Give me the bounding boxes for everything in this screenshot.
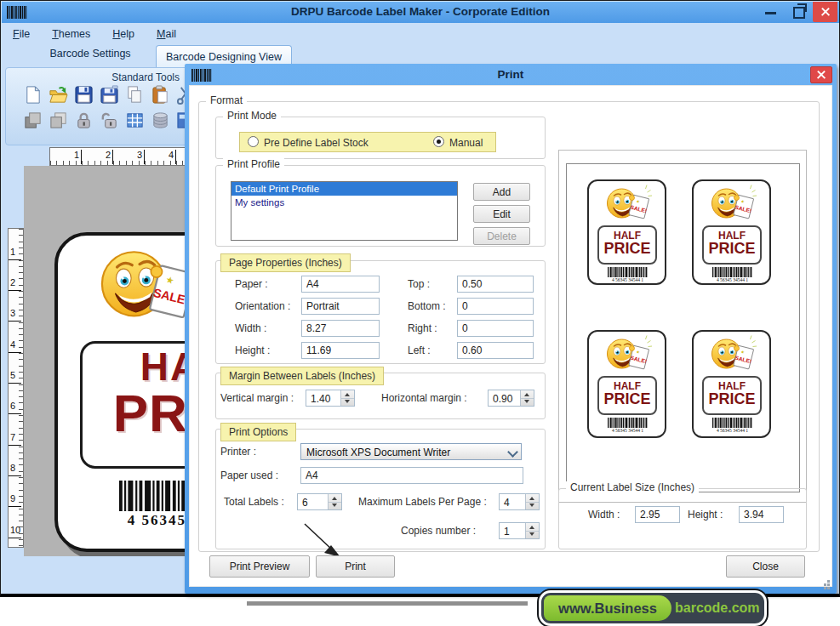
width-label: Width : xyxy=(235,322,266,334)
label-height-label: Height : xyxy=(688,509,723,521)
orientation-label: Orientation : xyxy=(235,300,290,312)
total-labels-spinner[interactable]: 6 xyxy=(297,493,342,510)
spinner-arrows-icon[interactable] xyxy=(525,494,539,509)
copy-icon[interactable] xyxy=(125,85,145,105)
max-labels-label: Maximum Labels Per Page : xyxy=(358,496,487,508)
tab-barcode-settings[interactable]: Barcode Settings xyxy=(26,48,154,60)
close-icon[interactable] xyxy=(813,2,837,22)
smiley-sale-icon xyxy=(603,334,653,375)
add-button[interactable]: Add xyxy=(473,183,530,201)
paper-used-label: Paper used : xyxy=(220,469,278,481)
copies-label: Copies number : xyxy=(401,525,476,537)
print-preview-button[interactable]: Print Preview xyxy=(209,555,310,578)
print-mode-label: Print Mode xyxy=(223,110,281,122)
printer-label: Printer : xyxy=(220,446,256,458)
left-label: Left : xyxy=(408,344,431,356)
vertical-ruler: 1 2 3 4 5 6 7 8 9 10 xyxy=(8,228,24,548)
copies-spinner[interactable]: 1 xyxy=(499,522,540,539)
barcode-graphic xyxy=(712,418,752,428)
max-labels-spinner[interactable]: 4 xyxy=(499,493,540,510)
smiley-sale-icon xyxy=(708,334,757,375)
save-icon[interactable] xyxy=(74,85,94,105)
menubar: File Themes Help Mail xyxy=(13,25,176,43)
horizontal-ruler: 1 2 3 4 xyxy=(49,147,190,166)
print-dialog: Print Format Print Mode Pre Define Label… xyxy=(185,64,837,594)
horizontal-margin-spinner[interactable]: 0.90 xyxy=(488,390,534,407)
left-input[interactable] xyxy=(457,342,534,359)
restore-icon[interactable] xyxy=(793,7,805,19)
menu-file[interactable]: File xyxy=(13,28,30,40)
lock-icon[interactable] xyxy=(74,111,94,130)
height-input[interactable] xyxy=(301,342,380,359)
dialog-title: Print xyxy=(185,68,837,81)
paper-label: Paper : xyxy=(235,278,268,290)
paste-icon[interactable] xyxy=(151,85,170,105)
print-profile-label: Print Profile xyxy=(223,158,284,170)
delete-button[interactable]: Delete xyxy=(473,227,530,245)
dialog-body: Format Print Mode Pre Define Label Stock… xyxy=(189,85,832,587)
preview-label-3: HALF PRICE 4 56345 34544 1 xyxy=(587,330,666,438)
barcode-graphic xyxy=(608,418,648,428)
minimize-icon[interactable] xyxy=(765,12,776,14)
new-document-icon[interactable] xyxy=(23,85,43,105)
barcode-graphic xyxy=(608,267,648,277)
window-title: DRPU Barcode Label Maker - Corporate Edi… xyxy=(2,5,839,18)
bring-to-front-icon[interactable] xyxy=(23,111,43,130)
toolbar-label: Standard Tools xyxy=(111,71,180,83)
bottom-label: Bottom : xyxy=(408,300,446,312)
manual-radio[interactable] xyxy=(433,136,444,147)
total-labels-label: Total Labels : xyxy=(224,496,284,508)
edit-button[interactable]: Edit xyxy=(473,205,530,223)
vertical-margin-label: Vertical margin : xyxy=(220,392,294,404)
print-button[interactable]: Print xyxy=(316,555,395,578)
label-width-label: Width : xyxy=(588,509,620,521)
open-file-icon[interactable] xyxy=(49,85,68,105)
window-shadow xyxy=(247,601,528,606)
paper-input[interactable] xyxy=(301,276,380,293)
predefine-radio[interactable] xyxy=(248,136,259,147)
watermark-right-text: barcode.com xyxy=(675,593,761,623)
height-label: Height : xyxy=(235,344,270,356)
database-icon[interactable] xyxy=(151,111,170,130)
predefine-radio-label[interactable]: Pre Define Label Stock xyxy=(264,137,369,149)
margins-label: Margin Between Labels (Inches) xyxy=(220,367,384,385)
orientation-input[interactable] xyxy=(301,298,380,315)
label-width-input[interactable] xyxy=(635,506,680,523)
unlock-icon[interactable] xyxy=(100,111,119,130)
label-height-input[interactable] xyxy=(739,506,784,523)
page-outline: HALF PRICE 4 56345 34544 1 HALF PRICE 4 … xyxy=(566,163,800,492)
standard-tools-toolbar: Standard Tools xyxy=(5,67,192,145)
send-to-back-icon[interactable] xyxy=(49,111,68,130)
watermark-badge: www.Business barcode.com xyxy=(539,590,767,626)
spinner-arrows-icon[interactable] xyxy=(520,390,534,406)
close-button[interactable]: Close xyxy=(726,555,805,578)
grid-icon[interactable] xyxy=(125,111,145,130)
watermark-left-text: www.Business xyxy=(544,595,671,621)
menu-help[interactable]: Help xyxy=(112,28,134,40)
resize-grip-icon[interactable] xyxy=(827,587,830,589)
save-as-icon[interactable] xyxy=(100,85,119,105)
spinner-arrows-icon[interactable] xyxy=(328,494,341,509)
main-titlebar: DRPU Barcode Label Maker - Corporate Edi… xyxy=(2,2,839,23)
top-input[interactable] xyxy=(457,276,534,293)
preview-label-4: HALF PRICE 4 56345 34544 1 xyxy=(692,330,771,438)
vertical-margin-spinner[interactable]: 1.40 xyxy=(306,390,355,407)
menu-themes[interactable]: Themes xyxy=(52,28,90,40)
menu-mail[interactable]: Mail xyxy=(157,28,176,40)
right-input[interactable] xyxy=(457,320,534,337)
profile-item-default[interactable]: Default Print Profile xyxy=(231,182,457,196)
paper-used-input[interactable] xyxy=(300,467,523,484)
preview-label-1: HALF PRICE 4 56345 34544 1 xyxy=(587,179,666,285)
manual-radio-label[interactable]: Manual xyxy=(449,137,483,149)
preview-label-2: HALF PRICE 4 56345 34544 1 xyxy=(692,179,771,285)
printer-dropdown[interactable]: Microsoft XPS Document Writer xyxy=(300,443,522,460)
width-input[interactable] xyxy=(301,320,380,337)
smiley-sale-icon xyxy=(603,184,653,225)
spinner-arrows-icon[interactable] xyxy=(525,523,539,538)
dialog-close-icon[interactable] xyxy=(810,66,832,83)
profile-item-my-settings[interactable]: My settings xyxy=(231,196,457,209)
bottom-input[interactable] xyxy=(457,298,534,315)
right-label: Right : xyxy=(408,322,437,334)
profile-listbox[interactable]: Default Print Profile My settings xyxy=(231,181,458,241)
spinner-arrows-icon[interactable] xyxy=(340,390,354,406)
